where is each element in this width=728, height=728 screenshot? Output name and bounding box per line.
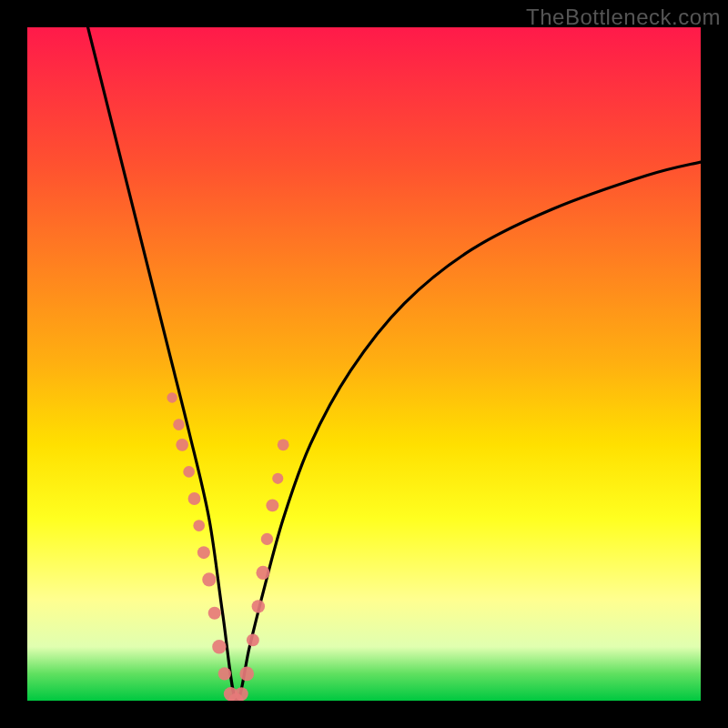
sample-point [202, 572, 216, 586]
bottleneck-curve [88, 27, 701, 701]
sample-point [247, 633, 259, 646]
curve-layer [27, 27, 701, 701]
watermark-text: TheBottleneck.com [526, 5, 721, 30]
sample-point [252, 600, 265, 612]
sample-point [266, 499, 278, 511]
sample-point [272, 473, 283, 484]
sample-point [261, 533, 273, 545]
sample-point [218, 667, 231, 680]
sample-point [173, 419, 185, 430]
sample-point [188, 492, 201, 505]
chart-frame: TheBottleneck.com [0, 0, 728, 728]
sample-point [235, 687, 248, 701]
sample-point [193, 520, 205, 531]
sample-point [212, 640, 226, 653]
sample-point [278, 439, 289, 450]
sample-point [176, 439, 188, 451]
sample-point [208, 607, 221, 620]
sample-point [183, 466, 195, 478]
sample-point [256, 566, 269, 580]
bottleneck-curve-path [88, 27, 701, 701]
sample-point [197, 546, 210, 559]
plot-area [27, 27, 701, 701]
sample-point [167, 392, 177, 402]
sample-point [239, 667, 254, 682]
